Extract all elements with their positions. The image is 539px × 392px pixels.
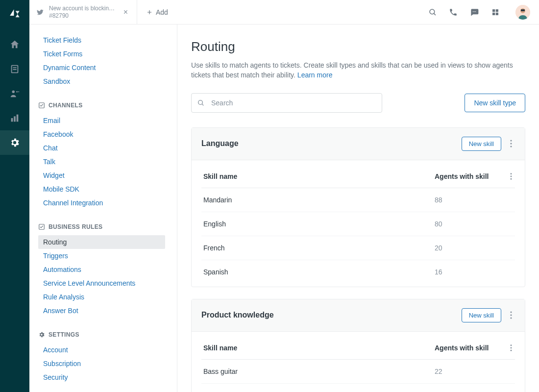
sidebar-item-facebook[interactable]: Facebook xyxy=(38,127,165,141)
sidebar-item-mobile-sdk[interactable]: Mobile SDK xyxy=(38,182,165,196)
skill-row[interactable]: French 20 xyxy=(201,236,515,260)
tab-title: New account is blocking... xyxy=(49,5,117,12)
sidebar-item-email[interactable]: Email xyxy=(38,114,165,127)
svg-point-32 xyxy=(511,178,512,179)
skill-group-title: Product knowledge xyxy=(201,311,462,319)
sidebar-item-answer-bot[interactable]: Answer Bot xyxy=(38,304,165,318)
sidebar-item-ticket-fields[interactable]: Ticket Fields xyxy=(38,33,165,47)
learn-more-link[interactable]: Learn more xyxy=(297,71,333,79)
svg-marker-1 xyxy=(16,11,20,17)
svg-rect-17 xyxy=(496,9,498,12)
top-bar: New account is blocking... #82790 × Add xyxy=(29,0,539,24)
svg-point-11 xyxy=(430,9,435,14)
ticket-tab[interactable]: New account is blocking... #82790 × xyxy=(29,0,137,24)
svg-point-29 xyxy=(510,146,512,147)
rail-views[interactable] xyxy=(0,57,29,81)
sidebar-heading-settings: SETTINGS xyxy=(29,325,177,343)
skill-table-header: Skill name Agents with skill xyxy=(201,165,515,188)
rail-reports[interactable] xyxy=(0,106,29,130)
page-title: Routing xyxy=(191,39,525,54)
skill-row[interactable]: Electric guitar 40 xyxy=(201,384,515,392)
sidebar-item-chat[interactable]: Chat xyxy=(38,141,165,155)
twitter-icon xyxy=(36,8,44,16)
rail-admin[interactable] xyxy=(0,130,29,155)
search-input[interactable] xyxy=(191,93,382,113)
sidebar-top-list: Ticket Fields Ticket Forms Dynamic Conte… xyxy=(29,33,177,96)
svg-point-31 xyxy=(511,175,512,177)
col-skill-name: Skill name xyxy=(201,344,435,352)
svg-rect-19 xyxy=(496,12,498,15)
add-tab[interactable]: Add xyxy=(137,0,177,24)
skill-row[interactable]: Spanish 16 xyxy=(201,260,515,284)
main-content: Routing Use skills to match agents to ti… xyxy=(177,24,539,392)
svg-point-6 xyxy=(16,91,18,93)
new-skill-button[interactable]: New skill xyxy=(462,308,501,322)
plus-icon xyxy=(146,9,153,16)
svg-point-34 xyxy=(510,314,512,316)
header-menu-icon[interactable] xyxy=(507,171,515,182)
sidebar-item-rule-analysis[interactable]: Rule Analysis xyxy=(38,290,165,304)
skill-group-card: Language New skill Skill name Agents wit… xyxy=(191,127,525,287)
svg-point-36 xyxy=(511,344,512,346)
phone-icon[interactable] xyxy=(449,8,458,17)
sidebar-heading-business-rules: BUSINESS RULES xyxy=(29,218,177,235)
svg-point-25 xyxy=(198,100,203,104)
svg-point-15 xyxy=(475,11,476,12)
sidebar-item-triggers[interactable]: Triggers xyxy=(38,249,165,263)
sidebar-item-channel-integration[interactable]: Channel Integration xyxy=(38,196,165,210)
sidebar-item-routing[interactable]: Routing xyxy=(38,235,165,249)
col-agents: Agents with skill xyxy=(435,172,503,180)
group-menu-icon[interactable] xyxy=(507,138,515,149)
col-agents: Agents with skill xyxy=(435,344,503,352)
svg-rect-18 xyxy=(492,12,495,15)
sidebar-item-account[interactable]: Account xyxy=(38,343,165,357)
tab-close[interactable]: × xyxy=(122,8,130,17)
apps-icon[interactable] xyxy=(491,8,500,17)
svg-point-33 xyxy=(510,311,512,313)
chat-icon[interactable] xyxy=(469,7,479,17)
skill-row[interactable]: Mandarin 88 xyxy=(201,188,515,212)
svg-line-12 xyxy=(434,13,436,15)
svg-rect-9 xyxy=(14,116,16,122)
sidebar-item-sandbox[interactable]: Sandbox xyxy=(38,74,165,88)
sidebar-item-talk[interactable]: Talk xyxy=(38,155,165,169)
checkbox-icon xyxy=(38,102,45,109)
add-tab-label: Add xyxy=(156,8,168,16)
header-menu-icon[interactable] xyxy=(507,343,515,353)
svg-point-5 xyxy=(12,91,15,94)
svg-rect-8 xyxy=(11,118,13,122)
sidebar-heading-channels: CHANNELS xyxy=(29,96,177,114)
checkbox-icon xyxy=(38,223,45,230)
sidebar-item-sla[interactable]: Service Level Announcements xyxy=(38,276,165,290)
sidebar-item-subscription[interactable]: Subscription xyxy=(38,357,165,370)
svg-rect-22 xyxy=(521,9,525,11)
search-icon xyxy=(197,99,205,107)
skill-row[interactable]: Bass guitar 22 xyxy=(201,360,515,384)
page-description: Use skills to match agents to tickets. C… xyxy=(191,60,514,80)
sidebar-item-automations[interactable]: Automations xyxy=(38,263,165,276)
sidebar-item-ticket-forms[interactable]: Ticket Forms xyxy=(38,47,165,61)
skill-group-card: Product knowledge New skill Skill name A… xyxy=(191,299,525,392)
skill-row[interactable]: English 80 xyxy=(201,212,515,236)
sidebar-item-security[interactable]: Security xyxy=(38,370,165,384)
skill-group-title: Language xyxy=(201,139,462,148)
svg-point-27 xyxy=(510,140,512,141)
sidebar-item-widget[interactable]: Widget xyxy=(38,169,165,182)
topbar-search-icon[interactable] xyxy=(428,8,437,17)
svg-point-28 xyxy=(510,143,512,144)
svg-line-26 xyxy=(202,104,203,105)
svg-point-14 xyxy=(474,11,475,12)
skill-table-header: Skill name Agents with skill xyxy=(201,337,515,360)
new-skill-button[interactable]: New skill xyxy=(462,137,501,151)
tab-subtitle: #82790 xyxy=(49,12,117,19)
user-avatar[interactable] xyxy=(515,5,530,20)
rail-home[interactable] xyxy=(0,32,29,57)
col-skill-name: Skill name xyxy=(201,172,435,180)
svg-point-37 xyxy=(511,347,512,348)
new-skill-type-button[interactable]: New skill type xyxy=(465,94,525,112)
rail-customers[interactable] xyxy=(0,81,29,106)
svg-point-35 xyxy=(510,317,512,318)
group-menu-icon[interactable] xyxy=(507,309,515,321)
svg-point-30 xyxy=(511,173,512,174)
sidebar-item-dynamic-content[interactable]: Dynamic Content xyxy=(38,61,165,74)
